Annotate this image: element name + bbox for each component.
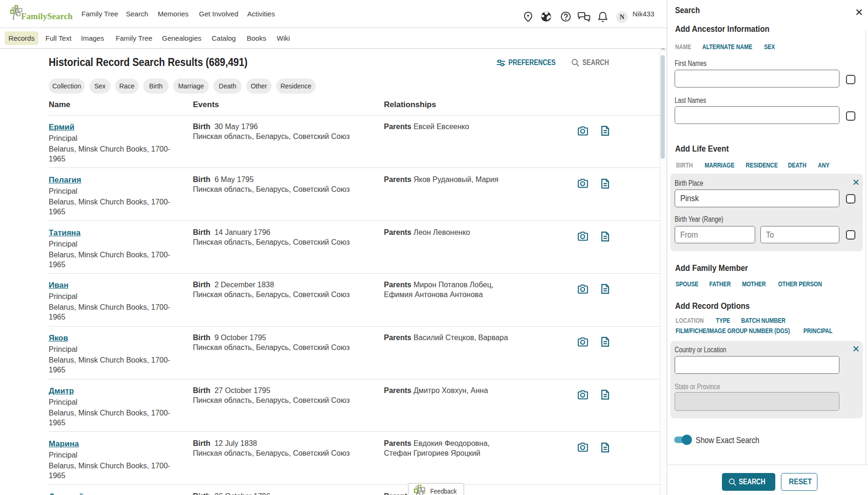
svg-text:FamilySearch: FamilySearch: [21, 12, 73, 21]
